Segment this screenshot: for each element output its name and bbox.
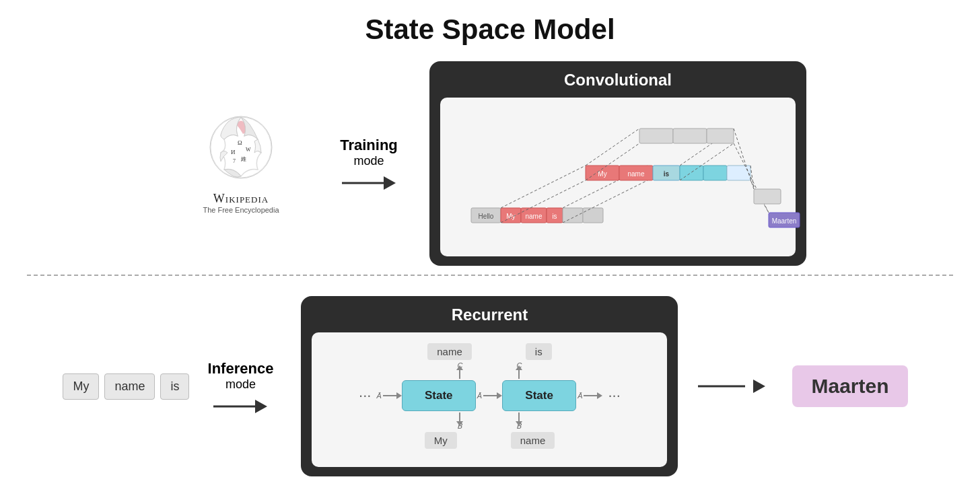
- recurrent-title: Recurrent: [312, 305, 667, 324]
- state-box-2: State: [502, 380, 576, 411]
- training-arrow-area: Training mode: [308, 137, 429, 190]
- recurrent-visualization: name is C C: [312, 332, 667, 467]
- svg-text:name: name: [627, 170, 644, 178]
- token-name: name: [104, 373, 155, 400]
- wikipedia-title: Wikipedia: [203, 192, 279, 206]
- svg-text:My: My: [598, 170, 606, 178]
- input-name-label: name: [511, 432, 555, 449]
- input-my-label: My: [425, 432, 457, 449]
- svg-rect-41: [754, 189, 781, 204]
- svg-rect-16: [583, 208, 603, 223]
- recurrent-panel: Recurrent name is C: [301, 296, 678, 476]
- inference-arrow-icon: [213, 400, 267, 413]
- svg-rect-36: [707, 129, 734, 143]
- wikipedia-text: Wikipedia The Free Encyclopedia: [203, 192, 279, 214]
- wikipedia-subtitle: The Free Encyclopedia: [203, 206, 279, 214]
- left-dots: ···: [353, 387, 376, 404]
- svg-text:Ω: Ω: [238, 139, 242, 146]
- page-container: State Space Model: [0, 0, 980, 504]
- svg-rect-35: [673, 129, 707, 143]
- inference-mode-label: Inference mode: [208, 360, 274, 392]
- svg-text:И: И: [231, 149, 236, 155]
- svg-text:Hello: Hello: [479, 213, 494, 220]
- svg-rect-15: [563, 208, 583, 223]
- svg-rect-29: [727, 166, 750, 180]
- conv-svg: Hello My name is: [451, 108, 801, 243]
- training-arrow-icon: [342, 176, 396, 190]
- svg-text:is: is: [552, 213, 557, 220]
- content-area: Ω И W 維 7 Wikipedia The Free Encyclopedi…: [27, 59, 953, 491]
- page-title: State Space Model: [365, 13, 615, 46]
- svg-text:維: 維: [240, 156, 246, 162]
- maarten-output: Maarten: [792, 365, 907, 407]
- training-section: Ω И W 維 7 Wikipedia The Free Encyclopedi…: [27, 59, 953, 275]
- output-arrow-icon: [698, 380, 765, 393]
- svg-text:Maarten: Maarten: [772, 217, 797, 225]
- svg-rect-28: [703, 166, 727, 180]
- svg-line-30: [586, 129, 639, 166]
- svg-text:name: name: [525, 213, 542, 220]
- wikipedia-globe-icon: Ω И W 維 7: [204, 112, 278, 186]
- svg-rect-34: [639, 129, 673, 143]
- convolutional-visualization: Hello My name is: [440, 98, 796, 256]
- svg-text:is: is: [664, 170, 670, 178]
- state-box-1: State: [402, 380, 476, 411]
- output-is-label: is: [526, 343, 552, 360]
- inference-tokens: My name is: [72, 373, 180, 400]
- wikipedia-logo-area: Ω И W 維 7 Wikipedia The Free Encyclopedi…: [174, 112, 308, 214]
- training-mode-label: Training mode: [340, 137, 398, 168]
- inference-arrow-area: Inference mode: [180, 360, 301, 413]
- convolutional-panel: Convolutional Hello My: [429, 61, 806, 266]
- svg-text:7: 7: [233, 158, 236, 164]
- convolutional-title: Convolutional: [440, 71, 796, 89]
- output-arrow-area: [678, 380, 785, 393]
- svg-text:W: W: [246, 147, 251, 153]
- right-dots: ···: [602, 387, 625, 404]
- svg-rect-27: [680, 166, 703, 180]
- output-name-label: name: [427, 343, 472, 360]
- inference-section: My name is Inference mode Recurrent name: [27, 276, 953, 491]
- token-my: My: [63, 373, 99, 400]
